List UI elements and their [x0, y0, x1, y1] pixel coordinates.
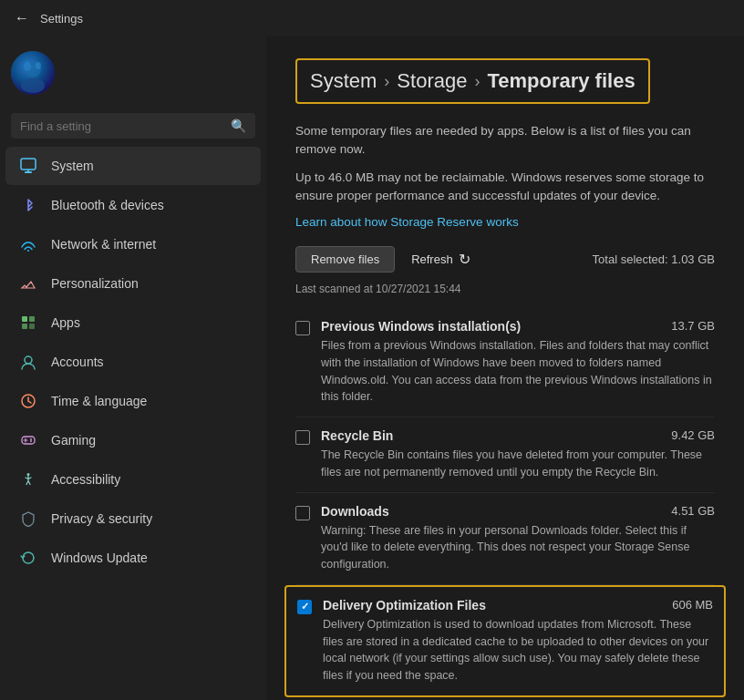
- sidebar-item-label-apps: Apps: [51, 315, 80, 330]
- file-name-prev-windows: Previous Windows installation(s): [321, 319, 521, 334]
- time-icon: [18, 391, 38, 411]
- breadcrumb-system: System: [310, 69, 377, 93]
- svg-rect-10: [29, 316, 35, 322]
- sidebar-item-bluetooth[interactable]: Bluetooth & devices: [5, 186, 261, 224]
- apps-icon: [18, 313, 38, 333]
- sidebar: 🔍 System Bluetooth & devices Network: [0, 36, 266, 700]
- refresh-label: Refresh: [411, 252, 453, 266]
- sidebar-item-update[interactable]: Windows Update: [5, 539, 261, 577]
- checkbox-prev-windows[interactable]: [295, 321, 310, 335]
- file-name-downloads: Downloads: [321, 504, 389, 519]
- file-desc-downloads: Warning: These are files in your persona…: [321, 522, 715, 573]
- svg-point-20: [27, 473, 30, 476]
- file-desc-delivery-opt: Delivery Optimization is used to downloa…: [323, 616, 713, 685]
- network-icon: [18, 234, 38, 254]
- file-item-recycle-bin: Recycle Bin9.42 GBThe Recycle Bin contai…: [295, 417, 715, 493]
- svg-point-4: [36, 62, 41, 69]
- sidebar-item-accessibility[interactable]: Accessibility: [5, 460, 261, 499]
- sidebar-item-apps[interactable]: Apps: [5, 304, 261, 342]
- search-input[interactable]: [20, 119, 223, 133]
- svg-rect-9: [22, 316, 27, 322]
- sidebar-item-label-accounts: Accounts: [51, 355, 104, 369]
- remove-files-button[interactable]: Remove files: [295, 246, 395, 273]
- sidebar-item-label-system: System: [51, 159, 94, 173]
- checkbox-wrapper-delivery-opt: [297, 598, 312, 614]
- svg-rect-6: [25, 171, 32, 173]
- svg-point-18: [30, 438, 32, 440]
- checkbox-downloads[interactable]: [295, 506, 310, 520]
- svg-rect-12: [29, 324, 35, 329]
- sidebar-item-label-network: Network & internet: [51, 237, 156, 252]
- file-size-prev-windows: 13.7 GB: [671, 319, 715, 333]
- gaming-icon: [18, 430, 38, 450]
- update-icon: [18, 548, 38, 568]
- file-name-delivery-opt: Delivery Optimization Files: [323, 598, 486, 612]
- svg-point-13: [25, 356, 32, 364]
- file-item-downloads: Downloads4.51 GBWarning: These are files…: [295, 493, 715, 585]
- sidebar-item-label-personalization: Personalization: [51, 276, 139, 291]
- checkbox-wrapper-downloads: [295, 504, 310, 520]
- file-item-delivery-opt: Delivery Optimization Files606 MBDeliver…: [284, 585, 726, 697]
- description1: Some temporary files are needed by apps.…: [295, 122, 715, 160]
- checkbox-wrapper-recycle-bin: [295, 428, 310, 445]
- personalization-icon: [18, 273, 38, 293]
- svg-rect-11: [22, 324, 27, 329]
- title-bar: ← Settings: [0, 0, 744, 36]
- svg-point-2: [21, 78, 45, 93]
- accessibility-icon: [18, 469, 38, 489]
- sidebar-item-system[interactable]: System: [5, 147, 261, 185]
- sidebar-item-network[interactable]: Network & internet: [5, 225, 261, 263]
- svg-point-19: [30, 440, 32, 442]
- refresh-button[interactable]: Refresh ↻: [402, 245, 480, 273]
- file-item-prev-windows: Previous Windows installation(s)13.7 GBF…: [295, 308, 715, 417]
- file-name-recycle-bin: Recycle Bin: [321, 428, 393, 443]
- sidebar-item-time[interactable]: Time & language: [5, 382, 261, 420]
- file-size-delivery-opt: 606 MB: [672, 598, 713, 612]
- breadcrumb-current: Temporary files: [487, 69, 635, 93]
- breadcrumb-storage: Storage: [397, 69, 467, 93]
- description2: Up to 46.0 MB may not be reclaimable. Wi…: [295, 169, 715, 206]
- file-info-recycle-bin: Recycle Bin9.42 GBThe Recycle Bin contai…: [321, 428, 715, 481]
- app-title: Settings: [40, 12, 83, 26]
- sidebar-item-label-bluetooth: Bluetooth & devices: [51, 198, 164, 212]
- svg-point-3: [24, 62, 31, 71]
- search-box[interactable]: 🔍: [11, 113, 255, 139]
- breadcrumb-sep2: ›: [474, 72, 480, 91]
- privacy-icon: [18, 509, 38, 529]
- file-info-prev-windows: Previous Windows installation(s)13.7 GBF…: [321, 319, 715, 406]
- sidebar-item-label-update: Windows Update: [51, 551, 148, 565]
- main-content: System › Storage › Temporary files Some …: [266, 36, 744, 700]
- toolbar: Remove files Refresh ↻ Total selected: 1…: [295, 245, 715, 273]
- sidebar-nav: System Bluetooth & devices Network & int…: [0, 146, 266, 578]
- breadcrumb: System › Storage › Temporary files: [295, 58, 650, 104]
- sidebar-item-accounts[interactable]: Accounts: [5, 343, 261, 381]
- sidebar-item-label-privacy: Privacy & security: [51, 511, 152, 526]
- file-header-downloads: Downloads4.51 GB: [321, 504, 715, 519]
- sidebar-item-label-accessibility: Accessibility: [51, 472, 120, 487]
- refresh-icon: ↻: [459, 251, 470, 268]
- sidebar-item-label-time: Time & language: [51, 394, 147, 408]
- learn-link[interactable]: Learn about how Storage Reserve works: [295, 215, 519, 229]
- back-button[interactable]: ←: [15, 10, 29, 26]
- file-desc-recycle-bin: The Recycle Bin contains files you have …: [321, 447, 715, 481]
- breadcrumb-sep1: ›: [384, 72, 389, 91]
- scan-time: Last scanned at 10/27/2021 15:44: [295, 283, 715, 295]
- file-info-delivery-opt: Delivery Optimization Files606 MBDeliver…: [323, 598, 713, 685]
- file-header-delivery-opt: Delivery Optimization Files606 MB: [323, 598, 713, 612]
- sidebar-item-gaming[interactable]: Gaming: [5, 421, 261, 459]
- sidebar-item-label-gaming: Gaming: [51, 433, 96, 448]
- file-size-recycle-bin: 9.42 GB: [671, 428, 715, 442]
- file-header-prev-windows: Previous Windows installation(s)13.7 GB: [321, 319, 715, 334]
- system-icon: [18, 156, 38, 176]
- accounts-icon: [18, 352, 38, 372]
- search-icon: 🔍: [231, 118, 246, 133]
- main-layout: 🔍 System Bluetooth & devices Network: [0, 36, 744, 700]
- file-list: Previous Windows installation(s)13.7 GBF…: [295, 308, 715, 697]
- profile-section: [0, 36, 266, 109]
- file-header-recycle-bin: Recycle Bin9.42 GB: [321, 428, 715, 443]
- bluetooth-icon: [18, 195, 38, 215]
- sidebar-item-personalization[interactable]: Personalization: [5, 264, 261, 303]
- checkbox-recycle-bin[interactable]: [295, 430, 310, 445]
- sidebar-item-privacy[interactable]: Privacy & security: [5, 499, 261, 538]
- checkbox-delivery-opt[interactable]: [297, 600, 312, 614]
